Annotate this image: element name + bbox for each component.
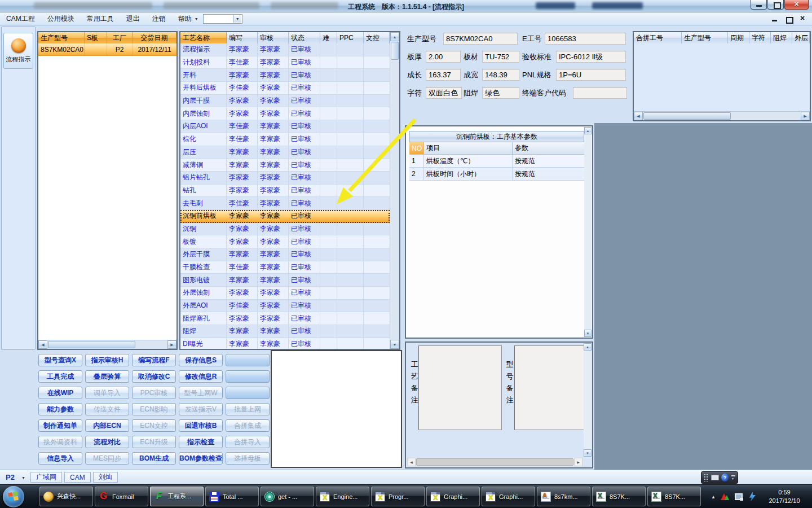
column-header[interactable]: 生产型号	[682, 32, 728, 43]
action-button[interactable]: 编写流程F	[132, 354, 176, 366]
scroll-left-icon[interactable]	[38, 340, 47, 349]
action-button[interactable]: MES同步	[85, 452, 129, 465]
production-model-input[interactable]: 8S7KM02CA0	[443, 33, 518, 45]
scrollbar-thumb[interactable]	[391, 42, 399, 60]
column-header[interactable]: 文控	[364, 32, 390, 43]
process-row[interactable]: 沉铜前烘板 李家豪 李家豪 已审核	[180, 210, 390, 223]
scroll-right-icon[interactable]	[801, 112, 810, 120]
finished-length-input[interactable]: 163.37	[426, 69, 461, 81]
action-button[interactable]: 合拼导入	[226, 436, 270, 448]
action-button[interactable]: 选择母板	[226, 452, 270, 465]
process-row[interactable]: 计划投料 李佳豪 李家豪 已审核	[180, 56, 390, 69]
action-button[interactable]: 传送文件	[85, 403, 129, 415]
action-button[interactable]: ECN影响	[132, 403, 176, 415]
mdi-minimize-button[interactable]	[771, 16, 778, 22]
scroll-right-icon[interactable]	[574, 458, 582, 466]
column-header[interactable]: 合拼工号	[634, 32, 682, 43]
process-row[interactable]: 流程指示 李家豪 李家豪 已审核	[180, 43, 390, 56]
action-button[interactable]: 流程对比	[85, 436, 129, 448]
action-button[interactable]: BOM参数检查	[179, 452, 223, 465]
board-thickness-input[interactable]: 2.00	[426, 51, 461, 63]
action-button[interactable]: 型号上网W	[179, 387, 223, 399]
quick-search-combobox[interactable]	[203, 14, 242, 24]
action-button[interactable]: 调单导入	[85, 387, 129, 399]
action-button[interactable]: 合拼集成	[226, 419, 270, 432]
taskbar-item[interactable]: Foxmail	[95, 487, 148, 506]
e-number-input[interactable]: 1066583	[545, 33, 626, 45]
end-customer-code-input[interactable]	[573, 87, 627, 99]
action-button[interactable]: 型号查询X	[38, 354, 82, 366]
scroll-up-icon[interactable]	[584, 127, 592, 134]
board-material-input[interactable]: TU-752	[482, 51, 519, 63]
column-header[interactable]: PPC	[337, 32, 364, 43]
scroll-right-icon[interactable]	[167, 340, 176, 349]
scroll-down-icon[interactable]	[584, 449, 592, 457]
process-row[interactable]: 板镀 李家豪 李家豪 已审核	[180, 235, 390, 248]
model-row[interactable]: 8S7KM02CA0 P2 2017/12/11	[38, 43, 176, 56]
site-dropdown-icon[interactable]: ▼	[21, 476, 25, 480]
scrollbar-thumb[interactable]	[416, 458, 573, 466]
thunder-icon[interactable]	[748, 492, 756, 502]
action-button[interactable]	[226, 370, 270, 383]
column-header[interactable]: 交货日期	[133, 32, 176, 43]
process-row[interactable]: 内层干膜 李家豪 李家豪 已审核	[180, 95, 390, 108]
taskbar-item[interactable]: 8s7km...	[537, 487, 590, 506]
process-row[interactable]: 开料后烘板 李佳豪 李家豪 已审核	[180, 82, 390, 95]
action-button[interactable]: 工具完成	[38, 370, 82, 383]
action-button[interactable]: 信息导入	[38, 452, 82, 465]
action-button[interactable]: 指示检查	[179, 436, 223, 448]
scroll-up-icon[interactable]	[390, 32, 399, 41]
scrollbar-thumb[interactable]	[48, 341, 135, 348]
column-header[interactable]: 周期	[728, 32, 749, 43]
mdi-close-button[interactable]	[800, 16, 806, 22]
help-dropdown-icon[interactable]: ▼	[195, 17, 198, 21]
column-header[interactable]: 难	[320, 32, 337, 43]
menu-item[interactable]: 退出	[120, 12, 146, 25]
action-button[interactable]: ECN升级	[132, 436, 176, 448]
action-button[interactable]: 修改信息R	[179, 370, 223, 383]
minimize-button[interactable]	[751, 0, 767, 10]
action-button[interactable]: 内部ECN	[85, 419, 129, 432]
keyboard-icon[interactable]	[711, 475, 719, 480]
process-row[interactable]: 外层蚀刻 李家豪 李家豪 已审核	[180, 287, 390, 300]
column-header[interactable]: 参数	[513, 142, 584, 155]
parameter-row[interactable]: 2 烘板时间（小时） 按规范	[409, 168, 584, 181]
language-bar-minimize-icon[interactable]	[731, 475, 735, 476]
action-button[interactable]: 叠层验算	[85, 370, 129, 383]
taskbar-item[interactable]: 工程系...	[150, 487, 204, 506]
process-row[interactable]: 图形电镀 李家豪 李家豪 已审核	[180, 274, 390, 287]
flow-indicator-button[interactable]: 流程指示	[3, 33, 33, 69]
action-button[interactable]: ECN文控	[132, 419, 176, 432]
legend-input[interactable]: 双面白色	[426, 87, 462, 99]
action-button[interactable]: BOM生成	[132, 452, 176, 465]
taskbar-item[interactable]: Graphi...	[426, 487, 480, 506]
process-row[interactable]: 内层AOI 李佳豪 李家豪 已审核	[180, 120, 390, 133]
scroll-left-icon[interactable]	[634, 112, 643, 120]
taskbar-item[interactable]: 8S7K...	[592, 487, 646, 506]
process-row[interactable]: DI曝光 李家豪 李家豪 已审核	[180, 338, 390, 349]
menu-item[interactable]: CAM工程	[0, 12, 41, 25]
solder-mask-input[interactable]: 绿色	[482, 87, 519, 99]
parameter-row[interactable]: 1 烘板温度（℃） 按规范	[409, 155, 584, 168]
column-header[interactable]: 项目	[424, 142, 513, 155]
taskbar-item[interactable]: Total ...	[205, 487, 259, 506]
network-icon[interactable]	[735, 493, 743, 501]
column-header[interactable]: 工艺名称	[180, 32, 227, 43]
process-row[interactable]: 干膜检查 李佳豪 李家豪 已审核	[180, 261, 390, 274]
process-remarks-textarea[interactable]	[418, 345, 502, 430]
process-row[interactable]: 开料 李家豪 李家豪 已审核	[180, 69, 390, 82]
close-button[interactable]	[784, 0, 809, 10]
column-header[interactable]: NO	[409, 142, 424, 155]
process-row[interactable]: 铝片钻孔 李家豪 李家豪 已审核	[180, 172, 390, 185]
action-button[interactable]: 取消修改C	[132, 370, 176, 383]
process-row[interactable]: 去毛刺 李佳豪 李家豪 已审核	[180, 197, 390, 210]
menu-item[interactable]: 注销	[146, 12, 172, 25]
column-header[interactable]: 编写	[227, 32, 258, 43]
scrollbar-thumb[interactable]	[643, 112, 731, 120]
process-row[interactable]: 层压 李家豪 李家豪 已审核	[180, 146, 390, 159]
taskbar-item[interactable]: 兴森快...	[39, 487, 93, 506]
process-row[interactable]: 外层AOI 李佳豪 李家豪 已审核	[180, 300, 390, 313]
column-header[interactable]: 状态	[289, 32, 320, 43]
restore-button[interactable]	[767, 0, 784, 10]
action-button[interactable]: 在线WIP	[38, 387, 82, 399]
